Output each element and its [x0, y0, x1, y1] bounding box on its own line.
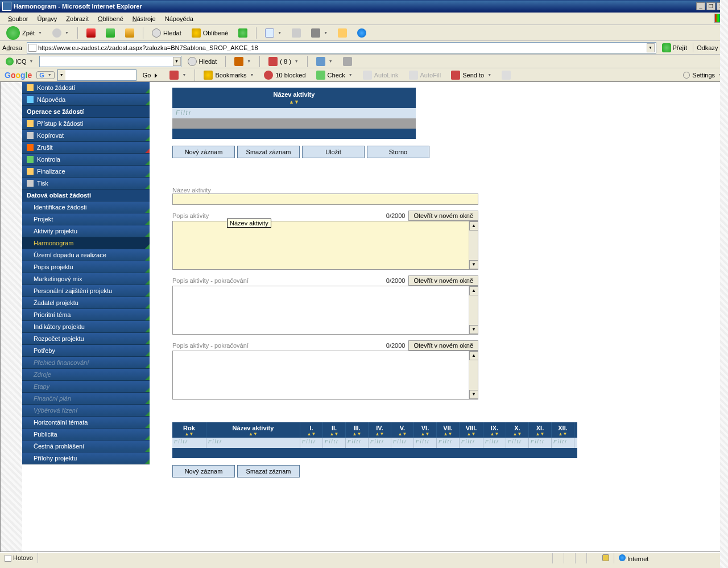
popis3-textarea[interactable]: ▲▼ [172, 351, 478, 400]
schedule-filter-cell[interactable]: Filtr [437, 438, 460, 448]
schedule-new-button[interactable]: Nový záznam [172, 465, 235, 478]
schedule-filter-cell[interactable]: Filtr [391, 438, 414, 448]
schedule-col-header[interactable]: XII.▲▼ [552, 422, 574, 438]
nazev-input[interactable] [172, 194, 478, 205]
sidebar-item[interactable]: Identifikace žádosti [22, 201, 150, 213]
open-window-button-1[interactable]: Otevřít v novém okně [408, 211, 478, 221]
sidebar-item[interactable]: Personální zajištění projektu [22, 285, 150, 297]
google-settings-button[interactable]: Settings▼ [680, 72, 726, 79]
icq-btn2[interactable]: ▼ [312, 55, 337, 68]
schedule-filter-cell[interactable]: Filtr [414, 438, 437, 448]
schedule-col-header[interactable]: III.▲▼ [346, 422, 369, 438]
sidebar-item[interactable]: Kopírovat [22, 130, 150, 142]
scrollbar[interactable]: ▲▼ [469, 351, 478, 399]
filter-row[interactable]: Filtr [172, 108, 416, 118]
sidebar-item[interactable]: Indikátory projektu [22, 321, 150, 333]
search-button[interactable]: Hledat [148, 27, 185, 39]
sidebar-item[interactable]: Nápověda [22, 94, 150, 106]
icq-search-box[interactable]: ▼ [39, 56, 181, 67]
sidebar-item[interactable]: Výběrová řízení [22, 405, 150, 417]
sidebar-item[interactable]: Žadatel projektu [22, 297, 150, 309]
sidebar-item[interactable]: Zdroje [22, 369, 150, 381]
sidebar-item[interactable]: Kontrola [22, 154, 150, 166]
schedule-col-header[interactable]: VI.▲▼ [414, 422, 437, 438]
forward-button[interactable]: ▼ [48, 27, 73, 39]
restore-button[interactable]: ❐ [706, 2, 715, 10]
sidebar-item[interactable]: Konto žádostí [22, 82, 150, 94]
schedule-col-header[interactable]: XI.▲▼ [529, 422, 552, 438]
sidebar-item[interactable]: Potřeby [22, 345, 150, 357]
google-go-button[interactable]: Go ⏵ [139, 70, 164, 80]
back-button[interactable]: Zpět▼ [2, 24, 46, 42]
save-button[interactable]: Uložit [302, 146, 365, 158]
schedule-filter-cell[interactable]: Filtr [172, 438, 206, 448]
schedule-filter-cell[interactable]: Filtr [529, 438, 552, 448]
icq-btn3[interactable] [339, 55, 356, 68]
icq-search-button[interactable]: Hledat [184, 55, 221, 68]
sidebar-item[interactable]: Aktivity projektu [22, 225, 150, 237]
favorites-button[interactable]: Oblíbené [188, 27, 233, 39]
sidebar-item[interactable]: Zrušit [22, 142, 150, 154]
menu-soubor[interactable]: Soubor [3, 14, 32, 23]
new-record-button[interactable]: Nový záznam [172, 146, 235, 158]
sidebar-item[interactable]: Marketingový mix [22, 273, 150, 285]
sidebar-item[interactable]: Publicita [22, 429, 150, 441]
menu-oblibene[interactable]: Oblíbené [93, 14, 128, 23]
cancel-button[interactable]: Storno [367, 146, 429, 158]
sidebar-item[interactable]: Prioritní téma [22, 309, 150, 321]
icq-logo[interactable]: ICQ▼ [2, 57, 37, 65]
activity-table-header[interactable]: Název aktivity ▲▼ [172, 88, 416, 108]
sidebar-item[interactable]: Etapy [22, 381, 150, 393]
google-autolink-button[interactable]: AutoLink [359, 69, 403, 81]
sidebar-item[interactable]: Přístup k žádosti [22, 118, 150, 130]
schedule-col-header[interactable]: VIII.▲▼ [460, 422, 483, 438]
messenger-button[interactable] [353, 27, 370, 39]
google-g-button[interactable]: G▼ [36, 71, 55, 79]
stop-button[interactable] [82, 27, 100, 39]
schedule-col-header[interactable]: II.▲▼ [323, 422, 346, 438]
minimize-button[interactable]: _ [696, 2, 705, 10]
sidebar-item[interactable]: Přílohy projektu [22, 452, 150, 464]
google-highlight-button[interactable] [498, 69, 515, 81]
sidebar-item[interactable]: Harmonogram [22, 237, 150, 249]
schedule-col-header[interactable]: V.▲▼ [391, 422, 414, 438]
schedule-filter-cell[interactable]: Filtr [206, 438, 300, 448]
icq-btn1[interactable]: ▼ [230, 55, 255, 68]
sidebar-item[interactable]: Finanční plán [22, 393, 150, 405]
sidebar-item[interactable]: Horizontální témata [22, 417, 150, 429]
schedule-filter-row[interactable]: FiltrFiltrFiltrFiltrFiltrFiltrFiltrFiltr… [172, 438, 577, 448]
google-sendto-button[interactable]: Send to▼ [447, 69, 495, 81]
address-dropdown[interactable]: ▼ [647, 43, 655, 52]
icq-msg-button[interactable]: ( 8 )▼ [264, 55, 303, 68]
schedule-filter-cell[interactable]: Filtr [506, 438, 529, 448]
discuss-button[interactable] [334, 27, 351, 39]
sidebar-item[interactable]: Rozpočet projektu [22, 333, 150, 345]
menu-zobrazit[interactable]: Zobrazit [61, 14, 93, 23]
menu-nastroje[interactable]: Nástroje [128, 14, 160, 23]
edit-button[interactable]: ▼ [307, 27, 332, 39]
refresh-button[interactable] [102, 27, 119, 39]
schedule-col-header[interactable]: I.▲▼ [300, 422, 323, 438]
schedule-col-header[interactable]: Rok▲▼ [172, 422, 206, 438]
google-logo[interactable]: Google [2, 71, 34, 80]
sort-icons[interactable]: ▲▼ [289, 99, 299, 105]
google-btn1[interactable]: ▼ [166, 69, 190, 81]
schedule-col-header[interactable]: X.▲▼ [506, 422, 529, 438]
schedule-filter-cell[interactable]: Filtr [483, 438, 506, 448]
schedule-filter-cell[interactable]: Filtr [323, 438, 346, 448]
sidebar-item[interactable]: Projekt [22, 213, 150, 225]
sidebar-item[interactable]: Území dopadu a realizace [22, 249, 150, 261]
popis-textarea[interactable]: ▲▼ [172, 221, 478, 270]
schedule-filter-cell[interactable]: Filtr [346, 438, 369, 448]
menu-upravy[interactable]: Úpravy [32, 14, 61, 23]
sidebar-item[interactable]: Popis projektu [22, 261, 150, 273]
open-window-button-3[interactable]: Otevřít v novém okně [408, 340, 478, 351]
sidebar-item[interactable]: Přehled financování [22, 357, 150, 369]
open-window-button-2[interactable]: Otevřít v novém okně [408, 275, 478, 286]
home-button[interactable] [121, 27, 138, 39]
google-blocked-button[interactable]: 10 blocked [260, 69, 309, 81]
popis2-textarea[interactable]: ▲▼ [172, 286, 478, 335]
scrollbar[interactable]: ▲▼ [469, 221, 478, 269]
go-button[interactable]: Přejít [659, 42, 691, 53]
sidebar-item[interactable]: Čestná prohlášení [22, 441, 150, 452]
